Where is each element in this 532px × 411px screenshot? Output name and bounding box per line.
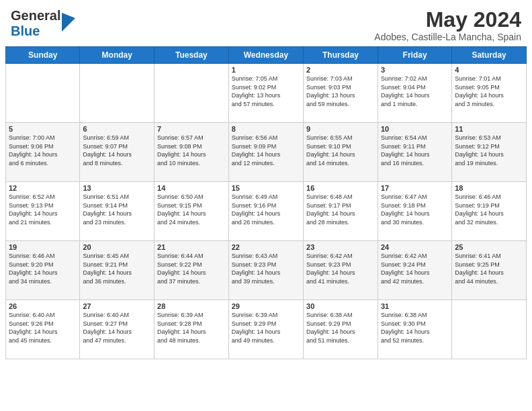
day-info: Sunrise: 6:40 AM Sunset: 9:27 PM Dayligh…	[83, 311, 151, 345]
calendar-cell: 29Sunrise: 6:39 AM Sunset: 9:29 PM Dayli…	[228, 300, 303, 359]
day-number: 1	[232, 66, 300, 74]
calendar-week-row: 26Sunrise: 6:40 AM Sunset: 9:26 PM Dayli…	[6, 300, 527, 359]
day-info: Sunrise: 6:42 AM Sunset: 9:24 PM Dayligh…	[381, 252, 449, 285]
day-info: Sunrise: 7:05 AM Sunset: 9:02 PM Dayligh…	[232, 75, 300, 108]
calendar-cell: 23Sunrise: 6:42 AM Sunset: 9:23 PM Dayli…	[304, 241, 378, 300]
calendar-cell: 12Sunrise: 6:52 AM Sunset: 9:13 PM Dayli…	[6, 182, 80, 241]
calendar-cell: 25Sunrise: 6:41 AM Sunset: 9:25 PM Dayli…	[452, 241, 527, 300]
day-number: 24	[381, 243, 449, 251]
calendar-cell: 26Sunrise: 6:40 AM Sunset: 9:26 PM Dayli…	[6, 300, 80, 359]
day-number: 4	[455, 66, 523, 74]
calendar-cell: 10Sunrise: 6:54 AM Sunset: 9:11 PM Dayli…	[378, 123, 451, 182]
logo: General Blue	[11, 8, 75, 39]
calendar-cell: 20Sunrise: 6:45 AM Sunset: 9:21 PM Dayli…	[80, 241, 154, 300]
day-info: Sunrise: 6:47 AM Sunset: 9:18 PM Dayligh…	[381, 193, 449, 226]
calendar-body: 1Sunrise: 7:05 AM Sunset: 9:02 PM Daylig…	[6, 64, 527, 359]
day-info: Sunrise: 6:39 AM Sunset: 9:28 PM Dayligh…	[157, 311, 226, 345]
day-info: Sunrise: 6:44 AM Sunset: 9:22 PM Dayligh…	[157, 252, 226, 285]
day-number: 23	[306, 243, 375, 251]
day-info: Sunrise: 6:43 AM Sunset: 9:23 PM Dayligh…	[232, 252, 300, 285]
day-info: Sunrise: 6:55 AM Sunset: 9:10 PM Dayligh…	[306, 134, 375, 167]
day-number: 11	[455, 125, 523, 133]
day-info: Sunrise: 6:51 AM Sunset: 9:14 PM Dayligh…	[83, 193, 151, 226]
calendar-cell: 21Sunrise: 6:44 AM Sunset: 9:22 PM Dayli…	[154, 241, 229, 300]
day-info: Sunrise: 6:38 AM Sunset: 9:30 PM Dayligh…	[381, 311, 449, 345]
day-info: Sunrise: 7:00 AM Sunset: 9:06 PM Dayligh…	[9, 134, 77, 167]
calendar-cell	[80, 64, 154, 123]
calendar-cell: 11Sunrise: 6:53 AM Sunset: 9:12 PM Dayli…	[452, 123, 527, 182]
calendar-cell: 7Sunrise: 6:57 AM Sunset: 9:08 PM Daylig…	[154, 123, 229, 182]
calendar-cell: 5Sunrise: 7:00 AM Sunset: 9:06 PM Daylig…	[6, 123, 80, 182]
day-info: Sunrise: 6:52 AM Sunset: 9:13 PM Dayligh…	[9, 193, 77, 226]
page: General Blue May 2024 Adobes, Castille-L…	[0, 0, 532, 411]
logo-blue: Blue	[11, 24, 40, 38]
day-info: Sunrise: 6:45 AM Sunset: 9:21 PM Dayligh…	[83, 252, 151, 285]
calendar-cell: 27Sunrise: 6:40 AM Sunset: 9:27 PM Dayli…	[80, 300, 154, 359]
day-number: 31	[381, 302, 449, 310]
day-number: 17	[381, 184, 449, 192]
day-number: 20	[83, 243, 151, 251]
calendar-cell: 30Sunrise: 6:38 AM Sunset: 9:29 PM Dayli…	[304, 300, 378, 359]
calendar-cell: 15Sunrise: 6:49 AM Sunset: 9:16 PM Dayli…	[228, 182, 303, 241]
day-number: 14	[157, 184, 226, 192]
day-number: 3	[381, 66, 449, 74]
day-number: 8	[232, 125, 300, 133]
day-number: 12	[9, 184, 77, 192]
header: General Blue May 2024 Adobes, Castille-L…	[0, 0, 532, 46]
calendar-cell: 13Sunrise: 6:51 AM Sunset: 9:14 PM Dayli…	[80, 182, 154, 241]
day-info: Sunrise: 7:02 AM Sunset: 9:04 PM Dayligh…	[381, 75, 449, 108]
day-info: Sunrise: 6:53 AM Sunset: 9:12 PM Dayligh…	[455, 134, 523, 167]
day-number: 15	[232, 184, 300, 192]
main-title: May 2024	[374, 8, 521, 32]
day-number: 13	[83, 184, 151, 192]
day-of-week-header: Sunday	[6, 47, 80, 64]
calendar-cell: 14Sunrise: 6:50 AM Sunset: 9:15 PM Dayli…	[154, 182, 229, 241]
day-info: Sunrise: 6:38 AM Sunset: 9:29 PM Dayligh…	[306, 311, 375, 345]
calendar-week-row: 19Sunrise: 6:46 AM Sunset: 9:20 PM Dayli…	[6, 241, 527, 300]
calendar-cell: 31Sunrise: 6:38 AM Sunset: 9:30 PM Dayli…	[378, 300, 451, 359]
day-number: 30	[306, 302, 375, 310]
day-number: 6	[83, 125, 151, 133]
day-number: 26	[9, 302, 77, 310]
logo-icon	[62, 13, 75, 32]
day-info: Sunrise: 6:49 AM Sunset: 9:16 PM Dayligh…	[232, 193, 300, 226]
day-info: Sunrise: 6:59 AM Sunset: 9:07 PM Dayligh…	[83, 134, 151, 167]
day-of-week-header: Monday	[80, 47, 154, 64]
day-number: 7	[157, 125, 226, 133]
calendar-cell: 3Sunrise: 7:02 AM Sunset: 9:04 PM Daylig…	[378, 64, 451, 123]
calendar-cell	[452, 300, 527, 359]
calendar-week-row: 12Sunrise: 6:52 AM Sunset: 9:13 PM Dayli…	[6, 182, 527, 241]
day-number: 27	[83, 302, 151, 310]
day-number: 25	[455, 243, 523, 251]
calendar-cell: 24Sunrise: 6:42 AM Sunset: 9:24 PM Dayli…	[378, 241, 451, 300]
day-info: Sunrise: 6:56 AM Sunset: 9:09 PM Dayligh…	[232, 134, 300, 167]
day-number: 2	[306, 66, 375, 74]
calendar-cell: 16Sunrise: 6:48 AM Sunset: 9:17 PM Dayli…	[304, 182, 378, 241]
calendar-cell: 8Sunrise: 6:56 AM Sunset: 9:09 PM Daylig…	[228, 123, 303, 182]
day-of-week-header: Wednesday	[228, 47, 303, 64]
title-block: May 2024 Adobes, Castille-La Mancha, Spa…	[374, 8, 521, 42]
day-of-week-header: Friday	[378, 47, 451, 64]
days-of-week-row: SundayMondayTuesdayWednesdayThursdayFrid…	[6, 47, 527, 64]
day-info: Sunrise: 7:01 AM Sunset: 9:05 PM Dayligh…	[455, 75, 523, 108]
day-number: 9	[306, 125, 375, 133]
day-info: Sunrise: 6:39 AM Sunset: 9:29 PM Dayligh…	[232, 311, 300, 345]
calendar-cell: 28Sunrise: 6:39 AM Sunset: 9:28 PM Dayli…	[154, 300, 229, 359]
calendar-week-row: 1Sunrise: 7:05 AM Sunset: 9:02 PM Daylig…	[6, 64, 527, 123]
day-info: Sunrise: 6:50 AM Sunset: 9:15 PM Dayligh…	[157, 193, 226, 226]
day-number: 28	[157, 302, 226, 310]
day-info: Sunrise: 6:48 AM Sunset: 9:17 PM Dayligh…	[306, 193, 375, 226]
day-info: Sunrise: 6:54 AM Sunset: 9:11 PM Dayligh…	[381, 134, 449, 167]
day-number: 10	[381, 125, 449, 133]
calendar-cell: 19Sunrise: 6:46 AM Sunset: 9:20 PM Dayli…	[6, 241, 80, 300]
day-number: 19	[9, 243, 77, 251]
day-info: Sunrise: 7:03 AM Sunset: 9:03 PM Dayligh…	[306, 75, 375, 108]
day-info: Sunrise: 6:57 AM Sunset: 9:08 PM Dayligh…	[157, 134, 226, 167]
day-of-week-header: Saturday	[452, 47, 527, 64]
day-info: Sunrise: 6:41 AM Sunset: 9:25 PM Dayligh…	[455, 252, 523, 285]
day-number: 21	[157, 243, 226, 251]
day-number: 18	[455, 184, 523, 192]
day-of-week-header: Tuesday	[154, 47, 229, 64]
day-info: Sunrise: 6:46 AM Sunset: 9:20 PM Dayligh…	[9, 252, 77, 285]
calendar-week-row: 5Sunrise: 7:00 AM Sunset: 9:06 PM Daylig…	[6, 123, 527, 182]
